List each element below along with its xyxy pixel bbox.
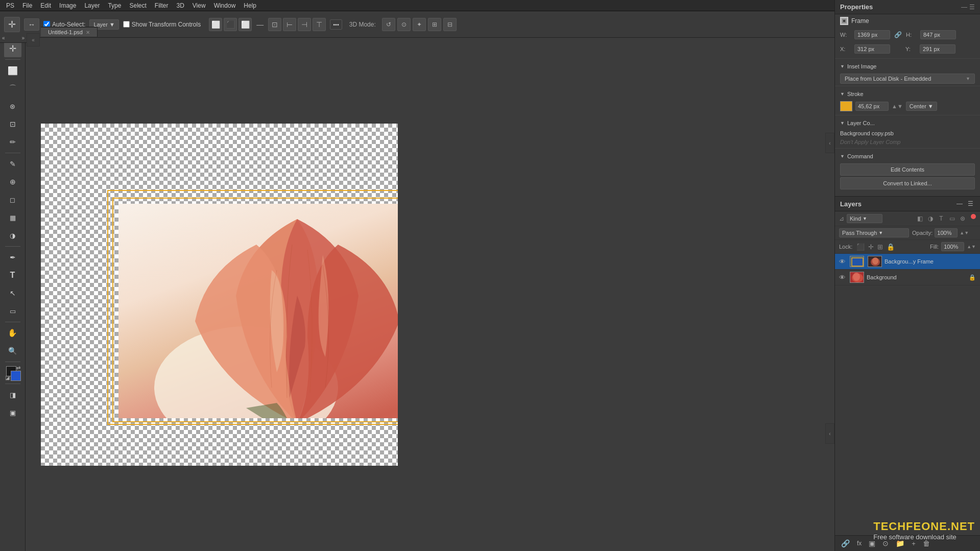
zoom-tool[interactable]: 🔍	[4, 342, 21, 360]
3d-zoom-btn[interactable]: ⊟	[443, 18, 457, 31]
align-extra[interactable]: ⊤	[313, 18, 326, 31]
crop-tool[interactable]: ⊡	[4, 115, 21, 133]
default-colors-icon[interactable]: ◪	[5, 375, 10, 380]
collapse-right-arrow[interactable]: »	[21, 35, 25, 41]
stroke-position-dropdown[interactable]: Center ▼	[906, 102, 937, 111]
align-middle-v[interactable]: ⊢	[283, 18, 296, 31]
command-section[interactable]: ▼ Command	[835, 151, 980, 162]
properties-collapse-icon[interactable]: —	[961, 4, 967, 11]
shape-tool[interactable]: ▭	[4, 302, 21, 320]
filter-shape-icon[interactable]: ▭	[947, 214, 957, 223]
toolbar-sub-panel[interactable]: «	[27, 33, 40, 46]
layers-menu-icon[interactable]: ☰	[966, 200, 975, 208]
3d-slide-btn[interactable]: ⊞	[428, 18, 441, 31]
hand-tool[interactable]: ✋	[4, 324, 21, 342]
lock-pixels-icon[interactable]: ⬛	[856, 243, 865, 251]
menu-help[interactable]: Help	[240, 1, 260, 10]
marquee-tool[interactable]: ⬜	[4, 62, 21, 79]
menu-ps[interactable]: PS	[2, 1, 18, 10]
filter-kind-dropdown[interactable]: Kind ▼	[847, 214, 882, 223]
layer-visibility-bg-icon[interactable]: 👁	[839, 274, 847, 281]
fill-stepper[interactable]: ▲▼	[967, 244, 976, 249]
align-left-edges[interactable]: ⬜	[209, 18, 222, 31]
gradient-tool[interactable]: ▦	[4, 209, 21, 226]
brush-tool[interactable]: ✎	[4, 155, 21, 173]
transform-controls-input[interactable]	[123, 21, 130, 28]
opacity-stepper[interactable]: ▲▼	[960, 230, 969, 235]
pen-tool[interactable]: ✒	[4, 249, 21, 266]
clone-tool[interactable]: ⊕	[4, 173, 21, 190]
panel-collapse-properties[interactable]: ‹	[825, 133, 834, 153]
link-chain-icon[interactable]: 🔗	[894, 31, 902, 38]
menu-file[interactable]: File	[18, 1, 36, 10]
convert-to-linked-btn[interactable]: Convert to Linked...	[840, 177, 975, 189]
options-bar: ✛ ↔ Auto-Select: Layer ▼ Show Transform …	[0, 11, 980, 38]
layer-comp-triangle-icon: ▼	[840, 121, 845, 126]
align-bottom-edges[interactable]: ⊣	[298, 18, 311, 31]
dodge-tool[interactable]: ◑	[4, 227, 21, 244]
filter-pixel-icon[interactable]: ◧	[915, 214, 924, 223]
filter-type-icon[interactable]: T	[937, 214, 946, 223]
inset-image-section[interactable]: ▼ Inset Image	[835, 61, 980, 72]
quick-mask-btn[interactable]: ◨	[4, 386, 21, 403]
properties-menu-icon[interactable]: ☰	[969, 4, 975, 11]
type-tool[interactable]: T	[4, 267, 21, 284]
eyedropper-tool[interactable]: ✏	[4, 133, 21, 151]
align-center-h[interactable]: ⬛	[224, 18, 237, 31]
3d-rotate-btn[interactable]: ↺	[382, 18, 395, 31]
layer-comp-section[interactable]: ▼ Layer Co...	[835, 117, 980, 129]
menu-window[interactable]: Window	[210, 1, 240, 10]
filter-toggle-dot[interactable]	[971, 214, 976, 219]
panel-collapse-layers[interactable]: ‹	[825, 423, 834, 444]
layer-fx-btn[interactable]: fx	[855, 539, 864, 548]
align-right-edges[interactable]: ⬜	[238, 18, 252, 31]
color-swatch[interactable]: ⇄ ◪	[4, 364, 21, 381]
quick-select-tool[interactable]: ⊛	[4, 98, 21, 115]
lasso-tool[interactable]: ⌒	[4, 80, 21, 97]
filter-adjust-icon[interactable]: ◑	[926, 214, 935, 223]
show-transform-controls[interactable]: Show Transform Controls	[123, 21, 201, 28]
3d-orbit-btn[interactable]: ⊙	[397, 18, 411, 31]
menu-layer[interactable]: Layer	[80, 1, 104, 10]
menu-image[interactable]: Image	[55, 1, 80, 10]
fill-value[interactable]: 100%	[941, 242, 964, 251]
canvas-tab-main[interactable]: Untitled-1.psd ✕	[41, 28, 98, 37]
lock-artboards-icon[interactable]: ⊞	[877, 243, 883, 251]
menu-edit[interactable]: Edit	[36, 1, 55, 10]
canvas-tab-close-btn[interactable]: ✕	[86, 30, 90, 35]
3d-pan-btn[interactable]: ✦	[413, 18, 426, 31]
x-value[interactable]: 312 px	[854, 44, 890, 54]
align-top-edges[interactable]: ⊡	[268, 18, 281, 31]
stroke-section[interactable]: ▼ Stroke	[835, 88, 980, 100]
layer-item-background[interactable]: 👁 Background 🔒	[835, 270, 980, 285]
layer-visibility-frame-icon[interactable]: 👁	[839, 258, 847, 266]
lock-all-icon[interactable]: 🔒	[886, 243, 895, 251]
h-value[interactable]: 847 px	[920, 30, 956, 39]
layers-collapse-icon[interactable]: —	[955, 200, 964, 208]
menu-view[interactable]: View	[188, 1, 210, 10]
background-color[interactable]	[11, 371, 21, 381]
stroke-value[interactable]: 45,62 px	[855, 102, 889, 111]
screen-mode-btn[interactable]: ▣	[4, 404, 21, 421]
opacity-value[interactable]: 100%	[935, 228, 958, 237]
switch-colors-icon[interactable]: ⇄	[16, 365, 20, 371]
menu-select[interactable]: Select	[125, 1, 150, 10]
canvas-area[interactable]	[41, 38, 398, 551]
path-select-tool[interactable]: ↖	[4, 284, 21, 302]
stroke-color-swatch[interactable]	[840, 101, 852, 111]
edit-contents-btn[interactable]: Edit Contents	[840, 163, 975, 176]
filter-smart-icon[interactable]: ⊛	[958, 214, 967, 223]
place-from-dropdown[interactable]: Place from Local Disk - Embedded ▼	[840, 74, 975, 84]
more-options-btn[interactable]: •••	[330, 19, 342, 30]
blend-mode-dropdown[interactable]: Pass Through ▼	[839, 228, 909, 237]
eraser-tool[interactable]: ◻	[4, 191, 21, 208]
y-value[interactable]: 291 px	[920, 44, 955, 54]
menu-3d[interactable]: 3D	[172, 1, 188, 10]
menu-filter[interactable]: Filter	[151, 1, 173, 10]
menu-type[interactable]: Type	[104, 1, 125, 10]
layer-link-btn[interactable]: 🔗	[839, 538, 852, 548]
layer-item-frame[interactable]: 👁 Backgrou...y Frame	[835, 254, 980, 270]
lock-move-icon[interactable]: ✛	[868, 243, 874, 251]
w-value[interactable]: 1369 px	[854, 30, 890, 39]
collapse-left-arrow[interactable]: «	[2, 35, 5, 41]
